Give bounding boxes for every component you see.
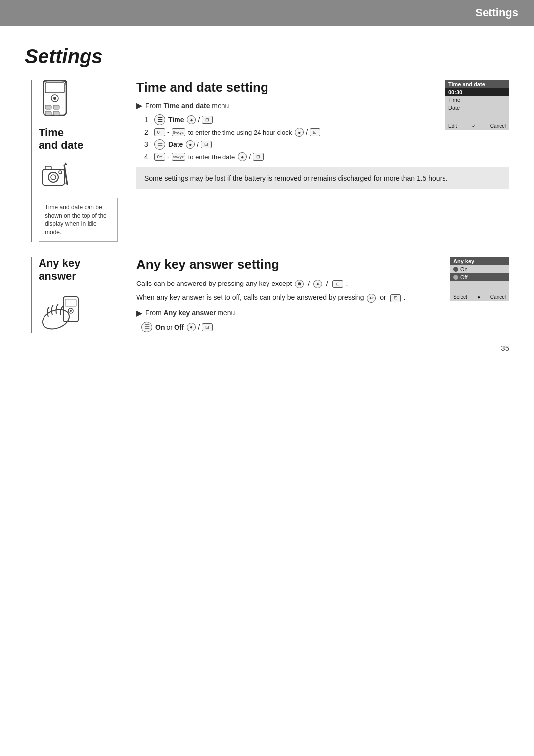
screen-title-anykey: Any key [450, 257, 509, 265]
svg-point-20 [70, 310, 72, 312]
anykey-label-wrap: Any key answer [25, 257, 129, 333]
top-header-bar: Settings [0, 0, 534, 26]
step-2-time: 2 0+ - 9wxyz to enter the time using 24 … [144, 128, 437, 137]
svg-point-9 [48, 172, 58, 182]
except-icon1: ⊛ [295, 280, 304, 288]
note-box-time: Some settings may be lost if the battery… [136, 167, 509, 189]
arrow-icon-anykey: ▶ [136, 308, 142, 318]
accessories-icon-time [39, 160, 73, 190]
svg-rect-8 [43, 169, 64, 185]
svg-rect-7 [53, 111, 59, 115]
device-icon-time [39, 80, 78, 124]
nav-icon-anykey: ☰ [141, 322, 152, 332]
back-btn-1: ⊡ [202, 116, 213, 124]
select-btn-2: ● [295, 128, 304, 137]
step-1-time: 1 ☰ Time ● / ⊡ [144, 114, 437, 125]
end-icon: ⊡ [390, 294, 401, 302]
svg-point-3 [53, 97, 56, 100]
time-date-content: Time and date 00:30 Time Date Edit ✓ Can… [129, 80, 509, 242]
nine-wxyz-btn: 9wxyz [172, 128, 185, 136]
svg-point-12 [59, 171, 62, 174]
svg-point-10 [51, 175, 56, 180]
from-menu-text-anykey: From Any key answer menu [145, 309, 235, 317]
screen-footer-time: Edit ✓ Cancel [445, 122, 509, 130]
time-date-from-menu: ▶ From Time and date menu [136, 101, 437, 110]
svg-rect-4 [45, 105, 51, 109]
anykey-label: Any key answer [39, 257, 129, 283]
svg-rect-5 [53, 105, 59, 109]
screen-off-row: Off [450, 273, 509, 281]
time-date-sidebar: Time and date Ti [25, 80, 129, 242]
screen-time-value: 00:30 [445, 88, 509, 96]
svg-rect-1 [45, 83, 64, 93]
from-menu-text-time: From Time and date menu [145, 102, 229, 110]
back-btn-anykey: ⊡ [202, 323, 213, 331]
svg-marker-14 [64, 162, 67, 165]
on-label: On [155, 323, 165, 331]
select-btn-1: ● [187, 115, 196, 124]
screen-date-row: Date [445, 104, 509, 112]
step-4-time: 4 0+ - 9wxyz to enter the date ● / ⊡ [144, 152, 509, 161]
radio-off-icon [453, 275, 458, 280]
menu-icon-3: ☰ [154, 139, 165, 150]
svg-rect-6 [45, 111, 51, 115]
screen-mockup-time: Time and date 00:30 Time Date Edit ✓ Can… [445, 80, 509, 130]
main-content: Settings [0, 26, 534, 368]
screen-footer-anykey: Select ● Cancel [450, 293, 509, 301]
screen-time-row: Time [445, 96, 509, 104]
call-back-icon: ↩ [367, 294, 376, 303]
radio-on-icon [453, 267, 458, 272]
page-number: 35 [501, 344, 509, 352]
nine-wxyz-btn-4: 9wxyz [172, 153, 185, 161]
step-3-time: 3 ☰ Date ● / ⊡ [144, 139, 509, 150]
on-off-row: ☰ On or Off ● / ⊡ [140, 322, 509, 332]
anykey-sidebar: Any key answer [25, 257, 129, 333]
time-date-section: Time and date Ti [25, 80, 509, 242]
screen-on-row: On [450, 265, 509, 273]
back-btn-2: ⊡ [310, 128, 320, 136]
select-btn-anykey: ● [187, 323, 196, 331]
screen-title-time: Time and date [445, 80, 509, 88]
time-date-label-wrap: Time and date Ti [25, 80, 129, 242]
except-icon3: ⊡ [332, 280, 343, 288]
anykey-section: Any key answer [25, 257, 509, 333]
zero-plus-btn-4: 0+ [154, 153, 165, 161]
anykey-from-menu: ▶ From Any key answer menu [136, 308, 509, 318]
screen-mockup-anykey: Any key On Off Select ● Cancel [450, 257, 509, 301]
back-btn-4: ⊡ [253, 153, 264, 161]
select-btn-4: ● [238, 152, 247, 161]
time-date-label: Time and date [39, 126, 129, 152]
select-btn-3: ● [186, 140, 195, 149]
menu-icon-1: ☰ [154, 114, 165, 125]
tooltip-box-time: Time and date can be shown on the top of… [39, 198, 118, 242]
except-icon2: ● [313, 280, 322, 288]
arrow-icon-time: ▶ [136, 101, 142, 110]
back-btn-3: ⊡ [201, 141, 212, 148]
off-label: Off [174, 323, 184, 331]
zero-plus-btn: 0+ [154, 128, 165, 136]
header-title: Settings [475, 6, 518, 19]
page-title: Settings [25, 46, 509, 68]
anykey-content: Any key On Off Select ● Cancel Any key a… [129, 257, 509, 333]
anykey-device-icon [39, 292, 83, 331]
svg-rect-18 [65, 299, 76, 306]
